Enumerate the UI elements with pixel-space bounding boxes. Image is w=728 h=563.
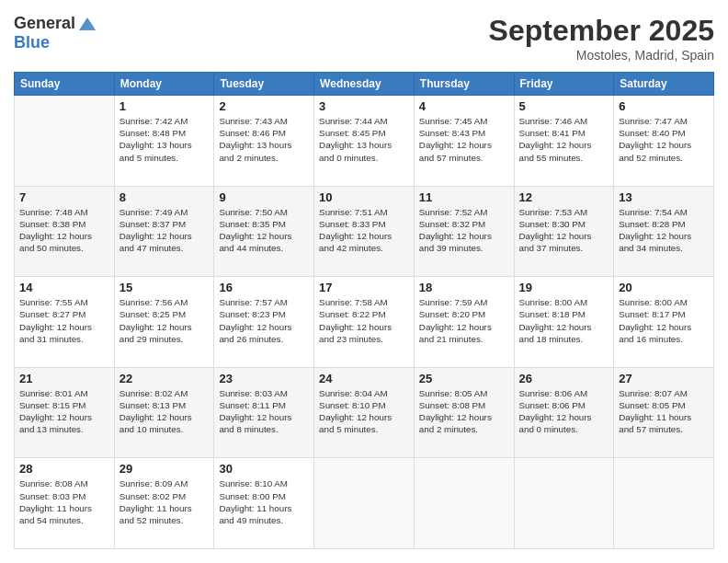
header: General Blue September 2025 Mostoles, Ma… [14, 14, 714, 63]
calendar-cell: 26Sunrise: 8:06 AM Sunset: 8:06 PM Dayli… [514, 367, 614, 458]
logo-icon [77, 14, 97, 34]
day-number: 24 [319, 372, 409, 385]
day-info: Sunrise: 8:02 AM Sunset: 8:13 PM Dayligh… [119, 387, 210, 436]
day-number: 5 [519, 99, 609, 113]
day-number: 12 [519, 190, 609, 204]
day-info: Sunrise: 7:54 AM Sunset: 8:28 PM Dayligh… [619, 206, 709, 255]
day-info: Sunrise: 7:55 AM Sunset: 8:27 PM Dayligh… [19, 296, 109, 345]
day-number: 23 [219, 372, 309, 385]
day-number: 10 [319, 190, 409, 204]
calendar-cell: 1Sunrise: 7:42 AM Sunset: 8:48 PM Daylig… [114, 96, 214, 187]
day-info: Sunrise: 8:00 AM Sunset: 8:17 PM Dayligh… [619, 296, 709, 345]
calendar-cell: 25Sunrise: 8:05 AM Sunset: 8:08 PM Dayli… [414, 367, 514, 458]
day-number: 17 [319, 281, 409, 294]
day-number: 26 [519, 372, 609, 385]
logo-blue: Blue [14, 34, 97, 52]
day-info: Sunrise: 7:47 AM Sunset: 8:40 PM Dayligh… [619, 115, 709, 164]
calendar-cell: 14Sunrise: 7:55 AM Sunset: 8:27 PM Dayli… [15, 277, 115, 368]
day-info: Sunrise: 7:44 AM Sunset: 8:45 PM Dayligh… [319, 115, 409, 164]
day-info: Sunrise: 8:05 AM Sunset: 8:08 PM Dayligh… [419, 387, 509, 436]
day-info: Sunrise: 8:01 AM Sunset: 8:15 PM Dayligh… [19, 387, 109, 436]
calendar-cell: 29Sunrise: 8:09 AM Sunset: 8:02 PM Dayli… [114, 458, 214, 549]
calendar-cell [514, 458, 614, 549]
calendar-cell: 9Sunrise: 7:50 AM Sunset: 8:35 PM Daylig… [214, 186, 314, 277]
day-info: Sunrise: 7:58 AM Sunset: 8:22 PM Dayligh… [319, 296, 409, 345]
day-number: 14 [19, 281, 109, 294]
day-info: Sunrise: 8:07 AM Sunset: 8:05 PM Dayligh… [619, 387, 709, 436]
calendar-cell: 22Sunrise: 8:02 AM Sunset: 8:13 PM Dayli… [114, 367, 214, 458]
calendar-cell: 11Sunrise: 7:52 AM Sunset: 8:32 PM Dayli… [414, 186, 514, 277]
calendar-cell: 21Sunrise: 8:01 AM Sunset: 8:15 PM Dayli… [15, 367, 115, 458]
calendar-cell: 13Sunrise: 7:54 AM Sunset: 8:28 PM Dayli… [614, 186, 714, 277]
calendar-cell: 12Sunrise: 7:53 AM Sunset: 8:30 PM Dayli… [514, 186, 614, 277]
calendar-cell: 15Sunrise: 7:56 AM Sunset: 8:25 PM Dayli… [114, 277, 214, 368]
calendar-cell [414, 458, 514, 549]
day-number: 22 [119, 372, 210, 385]
day-number: 16 [219, 281, 309, 294]
calendar-header-friday: Friday [514, 73, 614, 96]
title-block: September 2025 Mostoles, Madrid, Spain [489, 14, 714, 63]
calendar-table: SundayMondayTuesdayWednesdayThursdayFrid… [14, 72, 714, 549]
logo-text: General Blue [14, 14, 97, 52]
day-number: 8 [119, 190, 210, 204]
calendar-cell [314, 458, 415, 549]
calendar-cell: 2Sunrise: 7:43 AM Sunset: 8:46 PM Daylig… [214, 96, 314, 187]
calendar-cell: 23Sunrise: 8:03 AM Sunset: 8:11 PM Dayli… [214, 367, 314, 458]
day-info: Sunrise: 7:49 AM Sunset: 8:37 PM Dayligh… [119, 206, 210, 255]
logo: General Blue [14, 14, 97, 52]
calendar-cell: 18Sunrise: 7:59 AM Sunset: 8:20 PM Dayli… [414, 277, 514, 368]
calendar-week-row: 7Sunrise: 7:48 AM Sunset: 8:38 PM Daylig… [15, 186, 714, 277]
day-number: 20 [619, 281, 709, 294]
day-number: 30 [219, 462, 309, 476]
calendar-week-row: 14Sunrise: 7:55 AM Sunset: 8:27 PM Dayli… [15, 277, 714, 368]
day-info: Sunrise: 8:08 AM Sunset: 8:03 PM Dayligh… [19, 477, 109, 526]
calendar-cell: 28Sunrise: 8:08 AM Sunset: 8:03 PM Dayli… [15, 458, 115, 549]
calendar-cell: 30Sunrise: 8:10 AM Sunset: 8:00 PM Dayli… [214, 458, 314, 549]
calendar-week-row: 1Sunrise: 7:42 AM Sunset: 8:48 PM Daylig… [15, 96, 714, 187]
page: General Blue September 2025 Mostoles, Ma… [0, 0, 728, 563]
calendar-header-monday: Monday [114, 73, 214, 96]
calendar-cell: 19Sunrise: 8:00 AM Sunset: 8:18 PM Dayli… [514, 277, 614, 368]
day-info: Sunrise: 7:43 AM Sunset: 8:46 PM Dayligh… [219, 115, 309, 164]
calendar-cell: 27Sunrise: 8:07 AM Sunset: 8:05 PM Dayli… [614, 367, 714, 458]
day-number: 15 [119, 281, 210, 294]
day-number: 2 [219, 99, 309, 113]
calendar-week-row: 28Sunrise: 8:08 AM Sunset: 8:03 PM Dayli… [15, 458, 714, 549]
day-info: Sunrise: 7:50 AM Sunset: 8:35 PM Dayligh… [219, 206, 309, 255]
day-info: Sunrise: 8:06 AM Sunset: 8:06 PM Dayligh… [519, 387, 609, 436]
day-info: Sunrise: 7:45 AM Sunset: 8:43 PM Dayligh… [419, 115, 509, 164]
day-info: Sunrise: 7:52 AM Sunset: 8:32 PM Dayligh… [419, 206, 509, 255]
day-number: 28 [19, 462, 109, 476]
day-info: Sunrise: 7:59 AM Sunset: 8:20 PM Dayligh… [419, 296, 509, 345]
day-info: Sunrise: 7:51 AM Sunset: 8:33 PM Dayligh… [319, 206, 409, 255]
calendar-cell [614, 458, 714, 549]
calendar-header-saturday: Saturday [614, 73, 714, 96]
day-number: 9 [219, 190, 309, 204]
day-number: 21 [19, 372, 109, 385]
calendar-header-thursday: Thursday [414, 73, 514, 96]
location: Mostoles, Madrid, Spain [489, 48, 714, 63]
day-info: Sunrise: 7:56 AM Sunset: 8:25 PM Dayligh… [119, 296, 210, 345]
day-number: 1 [119, 99, 210, 113]
day-info: Sunrise: 8:03 AM Sunset: 8:11 PM Dayligh… [219, 387, 309, 436]
calendar-header-wednesday: Wednesday [314, 73, 415, 96]
day-number: 13 [619, 190, 709, 204]
day-info: Sunrise: 7:53 AM Sunset: 8:30 PM Dayligh… [519, 206, 609, 255]
day-info: Sunrise: 8:10 AM Sunset: 8:00 PM Dayligh… [219, 477, 309, 526]
calendar-cell: 8Sunrise: 7:49 AM Sunset: 8:37 PM Daylig… [114, 186, 214, 277]
calendar-cell: 4Sunrise: 7:45 AM Sunset: 8:43 PM Daylig… [414, 96, 514, 187]
day-number: 3 [319, 99, 409, 113]
day-number: 6 [619, 99, 709, 113]
calendar-cell [15, 96, 115, 187]
day-info: Sunrise: 7:46 AM Sunset: 8:41 PM Dayligh… [519, 115, 609, 164]
calendar-cell: 7Sunrise: 7:48 AM Sunset: 8:38 PM Daylig… [15, 186, 115, 277]
day-number: 27 [619, 372, 709, 385]
logo-general: General [14, 15, 75, 33]
day-info: Sunrise: 8:04 AM Sunset: 8:10 PM Dayligh… [319, 387, 409, 436]
calendar-cell: 6Sunrise: 7:47 AM Sunset: 8:40 PM Daylig… [614, 96, 714, 187]
calendar-header-row: SundayMondayTuesdayWednesdayThursdayFrid… [15, 73, 714, 96]
day-number: 18 [419, 281, 509, 294]
calendar-cell: 16Sunrise: 7:57 AM Sunset: 8:23 PM Dayli… [214, 277, 314, 368]
calendar-cell: 10Sunrise: 7:51 AM Sunset: 8:33 PM Dayli… [314, 186, 415, 277]
calendar-header-tuesday: Tuesday [214, 73, 314, 96]
